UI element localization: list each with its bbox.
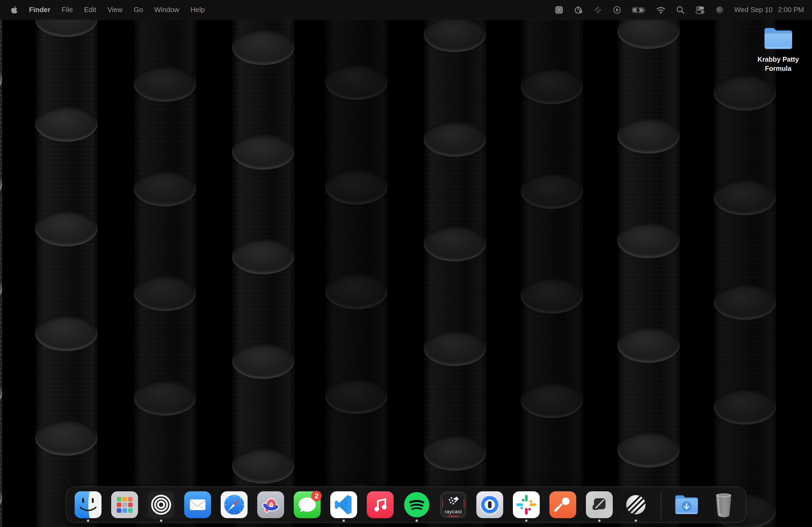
- wallpaper-cylinder-column: [232, 0, 294, 527]
- dock-item-vscode[interactable]: [325, 486, 362, 523]
- mail-icon: [184, 491, 211, 518]
- wallpaper-cylinder-column: [521, 0, 583, 527]
- menu-clock[interactable]: Wed Sep 10 2:00 PM: [735, 6, 804, 14]
- dock-item-launchpad[interactable]: [106, 486, 143, 523]
- dock-item-rewind[interactable]: [143, 486, 179, 523]
- clock-time: 2:00 PM: [778, 6, 804, 14]
- dock-item-messages[interactable]: 2: [289, 486, 325, 523]
- postman-icon: [549, 491, 576, 518]
- dock-item-postman[interactable]: [545, 486, 581, 523]
- dock-item-mail[interactable]: [179, 486, 216, 523]
- dock-item-arc[interactable]: [252, 486, 289, 523]
- dock-item-linear[interactable]: [618, 486, 654, 523]
- arc-browser-icon: [257, 491, 284, 518]
- control-center-icon[interactable]: [695, 5, 705, 15]
- safari-icon: [221, 491, 248, 518]
- dock-item-safari[interactable]: [216, 486, 252, 523]
- running-indicator: [598, 520, 601, 522]
- menu-go[interactable]: Go: [134, 6, 143, 14]
- menu-bar: Finder File Edit View Go Window Help: [0, 0, 812, 20]
- apple-music-icon: [367, 491, 394, 518]
- running-indicator: [160, 520, 162, 522]
- battery-charging-icon[interactable]: [632, 5, 646, 15]
- finder-icon: [75, 491, 102, 518]
- dock-item-music[interactable]: [362, 486, 398, 523]
- wallpaper-cylinder-column: [714, 0, 776, 527]
- menu-view[interactable]: View: [107, 6, 122, 14]
- dock-divider: [661, 491, 661, 519]
- zed-icon: [586, 491, 613, 518]
- running-indicator: [635, 520, 637, 522]
- wallpaper-cylinder-column: [35, 0, 98, 527]
- wallpaper-cylinder-column: [617, 0, 680, 527]
- slack-icon: [513, 491, 540, 518]
- launchpad-icon: [111, 491, 138, 518]
- folder-icon: [762, 25, 795, 52]
- dock-item-finder[interactable]: [70, 486, 106, 523]
- dock-item-trash[interactable]: [705, 486, 742, 523]
- menu-window[interactable]: Window: [155, 6, 179, 14]
- trash-icon: [710, 491, 737, 518]
- downloads-folder-icon: [673, 491, 700, 518]
- dock-item-zed[interactable]: [581, 486, 618, 523]
- running-indicator: [87, 520, 89, 522]
- raycast-label: raycast: [440, 509, 467, 515]
- running-indicator: [416, 520, 418, 522]
- concentric-rings-icon: [148, 491, 175, 518]
- wallpaper-cylinder-column: [424, 0, 486, 527]
- dock: 2: [66, 486, 746, 523]
- running-indicator: [525, 520, 528, 522]
- wallpaper-cylinder-column: [325, 0, 388, 527]
- dock-item-slack[interactable]: [508, 486, 545, 523]
- folder-label: Krabby Patty Formula: [753, 55, 803, 73]
- vscode-icon: [330, 491, 357, 518]
- spotify-icon: [403, 491, 430, 518]
- menu-active-app[interactable]: Finder: [29, 6, 50, 14]
- 1password-icon: [476, 491, 503, 518]
- striped-sphere-icon: [622, 491, 649, 518]
- wallpaper: [0, 0, 812, 527]
- notification-badge: 2: [311, 491, 322, 501]
- hatched-slash-menu-icon[interactable]: [593, 5, 602, 15]
- running-indicator: [343, 520, 345, 522]
- menu-file[interactable]: File: [61, 6, 73, 14]
- dock-item-1password[interactable]: [472, 486, 508, 523]
- dock-item-spotify[interactable]: [398, 486, 435, 523]
- dock-item-raycast[interactable]: raycast: [435, 486, 472, 523]
- wallpaper-cylinder-column: [134, 0, 196, 527]
- starburst-menu-icon[interactable]: [554, 5, 564, 15]
- power-lock-menu-icon[interactable]: [574, 5, 583, 15]
- dock-item-downloads[interactable]: [668, 486, 705, 523]
- now-playing-menu-icon[interactable]: [612, 5, 622, 15]
- apple-menu-icon[interactable]: [11, 6, 18, 14]
- spotlight-search-icon[interactable]: [676, 5, 685, 15]
- wifi-icon[interactable]: [656, 5, 666, 15]
- menu-edit[interactable]: Edit: [84, 6, 96, 14]
- sphere-menu-icon[interactable]: [715, 5, 724, 15]
- desktop-folder-krabby-patty-formula[interactable]: Krabby Patty Formula: [746, 25, 810, 73]
- menu-help[interactable]: Help: [190, 6, 205, 14]
- clock-date: Wed Sep 10: [735, 6, 773, 14]
- wallpaper-cylinder-column: [0, 0, 2, 527]
- desktop: Finder File Edit View Go Window Help: [0, 0, 812, 527]
